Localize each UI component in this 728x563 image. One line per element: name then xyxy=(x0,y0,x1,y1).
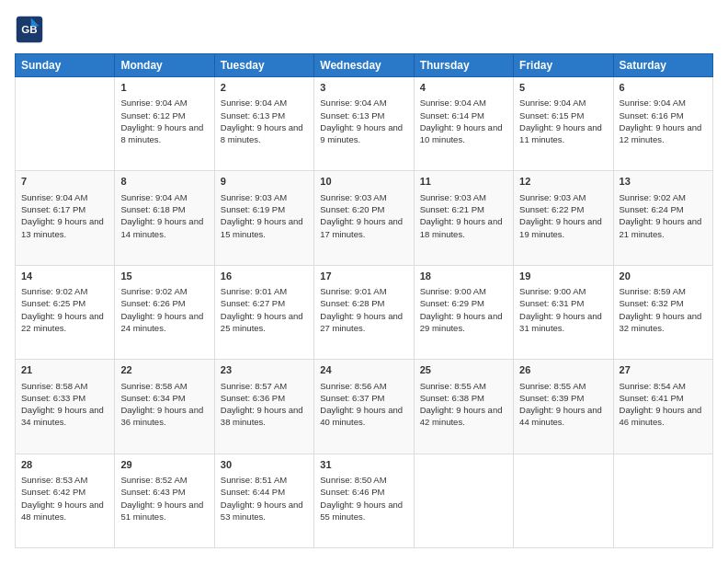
sunset: Sunset: 6:38 PM xyxy=(420,393,484,403)
day-number: 16 xyxy=(221,270,308,283)
day-number: 24 xyxy=(320,363,407,377)
sunset: Sunset: 6:12 PM xyxy=(120,110,185,121)
sunrise: Sunrise: 8:50 AM xyxy=(320,475,386,485)
daylight: Daylight: 9 hours and 8 minutes. xyxy=(120,122,203,144)
daylight: Daylight: 9 hours and 31 minutes. xyxy=(519,311,602,333)
calendar-cell-w2-d5: 19Sunrise: 9:00 AMSunset: 6:31 PMDayligh… xyxy=(514,265,613,359)
sunrise: Sunrise: 8:52 AM xyxy=(120,475,187,485)
calendar-header-row: Sunday Monday Tuesday Wednesday Thursday… xyxy=(16,54,713,77)
day-number: 6 xyxy=(620,81,707,95)
sunset: Sunset: 6:20 PM xyxy=(320,204,384,214)
daylight: Daylight: 9 hours and 10 minutes. xyxy=(420,122,503,144)
sunrise: Sunrise: 9:02 AM xyxy=(21,286,87,296)
daylight: Daylight: 9 hours and 42 minutes. xyxy=(420,405,503,427)
sunset: Sunset: 6:18 PM xyxy=(120,204,185,214)
calendar-cell-w4-d5 xyxy=(514,454,613,547)
week-row-3: 21Sunrise: 8:58 AMSunset: 6:33 PMDayligh… xyxy=(16,360,713,454)
sunrise: Sunrise: 8:59 AM xyxy=(620,286,686,296)
sunset: Sunset: 6:43 PM xyxy=(120,487,185,497)
day-number: 2 xyxy=(221,81,308,95)
calendar-cell-w1-d6: 13Sunrise: 9:02 AMSunset: 6:24 PMDayligh… xyxy=(613,171,712,265)
sunrise: Sunrise: 8:55 AM xyxy=(420,381,486,391)
sunrise: Sunrise: 9:04 AM xyxy=(519,98,586,108)
daylight: Daylight: 9 hours and 40 minutes. xyxy=(320,405,403,427)
daylight: Daylight: 9 hours and 14 minutes. xyxy=(120,216,203,238)
daylight: Daylight: 9 hours and 8 minutes. xyxy=(221,122,303,144)
daylight: Daylight: 9 hours and 34 minutes. xyxy=(21,405,104,427)
sunrise: Sunrise: 9:04 AM xyxy=(120,98,187,108)
calendar-cell-w3-d3: 24Sunrise: 8:56 AMSunset: 6:37 PMDayligh… xyxy=(314,360,414,454)
sunrise: Sunrise: 8:58 AM xyxy=(120,381,187,391)
daylight: Daylight: 9 hours and 48 minutes. xyxy=(21,500,104,522)
calendar-cell-w2-d2: 16Sunrise: 9:01 AMSunset: 6:27 PMDayligh… xyxy=(214,265,313,359)
calendar-cell-w3-d6: 27Sunrise: 8:54 AMSunset: 6:41 PMDayligh… xyxy=(613,360,712,454)
day-number: 18 xyxy=(420,270,507,283)
sunset: Sunset: 6:14 PM xyxy=(420,110,484,121)
sunrise: Sunrise: 8:53 AM xyxy=(21,475,87,485)
calendar-cell-w4-d4 xyxy=(414,454,513,547)
sunrise: Sunrise: 9:04 AM xyxy=(620,98,686,108)
calendar-cell-w2-d4: 18Sunrise: 9:00 AMSunset: 6:29 PMDayligh… xyxy=(414,265,513,359)
day-number: 3 xyxy=(320,81,407,95)
sunset: Sunset: 6:44 PM xyxy=(221,487,285,497)
sunrise: Sunrise: 9:03 AM xyxy=(420,192,486,202)
sunrise: Sunrise: 9:04 AM xyxy=(120,192,187,202)
daylight: Daylight: 9 hours and 29 minutes. xyxy=(420,311,503,333)
day-number: 26 xyxy=(519,363,607,377)
header: GB xyxy=(15,15,713,44)
day-number: 12 xyxy=(519,175,607,189)
daylight: Daylight: 9 hours and 24 minutes. xyxy=(120,311,203,333)
sunrise: Sunrise: 8:55 AM xyxy=(519,381,586,391)
col-tuesday: Tuesday xyxy=(214,54,313,77)
sunset: Sunset: 6:17 PM xyxy=(21,204,85,214)
daylight: Daylight: 9 hours and 11 minutes. xyxy=(519,122,602,144)
day-number: 1 xyxy=(120,81,208,95)
sunset: Sunset: 6:24 PM xyxy=(620,204,684,214)
col-thursday: Thursday xyxy=(414,54,513,77)
week-row-1: 7Sunrise: 9:04 AMSunset: 6:17 PMDaylight… xyxy=(16,171,713,265)
sunset: Sunset: 6:34 PM xyxy=(120,393,185,403)
daylight: Daylight: 9 hours and 44 minutes. xyxy=(519,405,602,427)
sunrise: Sunrise: 9:04 AM xyxy=(221,98,287,108)
sunset: Sunset: 6:36 PM xyxy=(221,393,285,403)
calendar-cell-w1-d3: 10Sunrise: 9:03 AMSunset: 6:20 PMDayligh… xyxy=(314,171,414,265)
day-number: 14 xyxy=(21,270,108,283)
day-number: 29 xyxy=(120,458,208,472)
calendar-cell-w0-d2: 2Sunrise: 9:04 AMSunset: 6:13 PMDaylight… xyxy=(214,77,313,171)
sunrise: Sunrise: 9:04 AM xyxy=(420,98,486,108)
daylight: Daylight: 9 hours and 17 minutes. xyxy=(320,216,403,238)
col-monday: Monday xyxy=(115,54,214,77)
sunrise: Sunrise: 8:56 AM xyxy=(320,381,386,391)
logo: GB xyxy=(15,15,46,44)
day-number: 5 xyxy=(519,81,607,95)
calendar-cell-w3-d2: 23Sunrise: 8:57 AMSunset: 6:36 PMDayligh… xyxy=(214,360,313,454)
day-number: 31 xyxy=(320,458,407,472)
daylight: Daylight: 9 hours and 19 minutes. xyxy=(519,216,602,238)
daylight: Daylight: 9 hours and 21 minutes. xyxy=(620,216,702,238)
sunset: Sunset: 6:15 PM xyxy=(519,110,584,121)
sunrise: Sunrise: 9:01 AM xyxy=(221,286,287,296)
sunrise: Sunrise: 9:03 AM xyxy=(320,192,386,202)
day-number: 17 xyxy=(320,270,407,283)
week-row-2: 14Sunrise: 9:02 AMSunset: 6:25 PMDayligh… xyxy=(16,265,713,359)
week-row-4: 28Sunrise: 8:53 AMSunset: 6:42 PMDayligh… xyxy=(16,454,713,547)
day-number: 30 xyxy=(221,458,308,472)
sunrise: Sunrise: 9:04 AM xyxy=(21,192,87,202)
daylight: Daylight: 9 hours and 18 minutes. xyxy=(420,216,503,238)
sunset: Sunset: 6:31 PM xyxy=(519,298,584,308)
calendar-cell-w0-d4: 4Sunrise: 9:04 AMSunset: 6:14 PMDaylight… xyxy=(414,77,513,171)
col-friday: Friday xyxy=(514,54,613,77)
day-number: 7 xyxy=(21,175,108,189)
calendar-cell-w2-d0: 14Sunrise: 9:02 AMSunset: 6:25 PMDayligh… xyxy=(16,265,115,359)
calendar-cell-w3-d5: 26Sunrise: 8:55 AMSunset: 6:39 PMDayligh… xyxy=(514,360,613,454)
daylight: Daylight: 9 hours and 13 minutes. xyxy=(21,216,104,238)
daylight: Daylight: 9 hours and 51 minutes. xyxy=(120,500,203,522)
sunset: Sunset: 6:26 PM xyxy=(120,298,185,308)
sunrise: Sunrise: 9:03 AM xyxy=(221,192,287,202)
sunset: Sunset: 6:46 PM xyxy=(320,487,384,497)
sunrise: Sunrise: 9:01 AM xyxy=(320,286,386,296)
sunset: Sunset: 6:41 PM xyxy=(620,393,684,403)
daylight: Daylight: 9 hours and 25 minutes. xyxy=(221,311,303,333)
daylight: Daylight: 9 hours and 36 minutes. xyxy=(120,405,203,427)
daylight: Daylight: 9 hours and 55 minutes. xyxy=(320,500,403,522)
